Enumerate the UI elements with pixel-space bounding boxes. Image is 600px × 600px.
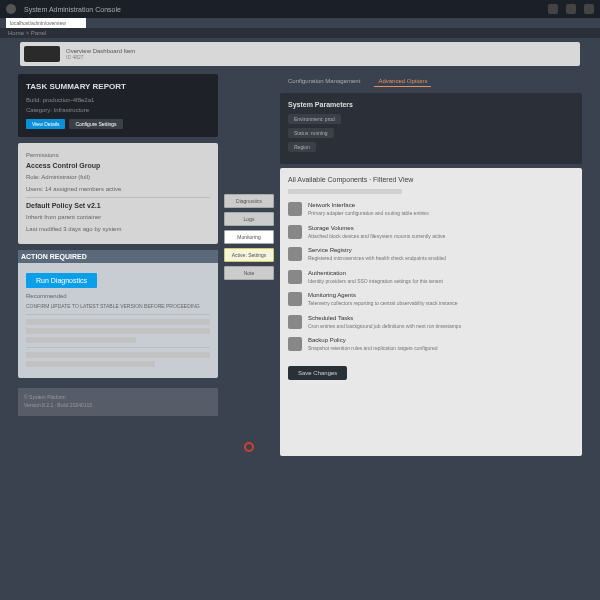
- modified-row: Last modified 3 days ago by system: [26, 225, 210, 233]
- note-tab-button[interactable]: Note: [224, 266, 274, 280]
- footer-copyright: © System Platform: [24, 394, 212, 400]
- placeholder-row: [288, 189, 402, 194]
- component-item[interactable]: Scheduled TasksCron entries and backgrou…: [288, 315, 574, 330]
- component-icon: [288, 315, 302, 329]
- tab-config[interactable]: Configuration Management: [284, 76, 364, 87]
- params-title: System Parameters: [288, 101, 574, 108]
- header-meta: ID 4827: [66, 54, 135, 60]
- component-item[interactable]: Storage VolumesAttached block devices an…: [288, 225, 574, 240]
- run-diagnostics-button[interactable]: Run Diagnostics: [26, 273, 97, 288]
- component-item[interactable]: Monitoring AgentsTelemetry collectors re…: [288, 292, 574, 307]
- inherit-row: Inherit from parent container: [26, 213, 210, 221]
- app-logo-icon[interactable]: [6, 4, 16, 14]
- component-icon: [288, 247, 302, 261]
- app-title: System Administration Console: [24, 6, 121, 13]
- components-panel: All Available Components · Filtered View…: [280, 168, 582, 456]
- logs-tab-button[interactable]: Logs: [224, 212, 274, 226]
- component-icon: [288, 292, 302, 306]
- component-item[interactable]: AuthenticationIdentity providers and SSO…: [288, 270, 574, 285]
- placeholder-row: [26, 352, 210, 358]
- users-row: Users: 14 assigned members active: [26, 185, 210, 193]
- component-icon: [288, 337, 302, 351]
- component-title: Storage Volumes: [308, 225, 574, 231]
- component-title: Service Registry: [308, 247, 574, 253]
- thumbnail-icon: [24, 46, 60, 62]
- component-item[interactable]: Backup PolicySnapshot retention rules an…: [288, 337, 574, 352]
- component-desc: Telemetry collectors reporting to centra…: [308, 300, 574, 307]
- placeholder-row: [26, 328, 210, 334]
- divider: [26, 314, 210, 315]
- right-tabs: Configuration Management Advanced Option…: [280, 74, 582, 89]
- recommended-tag: Recommended: [26, 292, 210, 300]
- component-title: Monitoring Agents: [308, 292, 574, 298]
- topbar: System Administration Console: [0, 0, 600, 18]
- access-group-title: Access Control Group: [26, 162, 210, 169]
- component-desc: Attached block devices and filesystem mo…: [308, 233, 574, 240]
- divider: [26, 197, 210, 198]
- region-chip[interactable]: Region: [288, 142, 316, 152]
- view-details-button[interactable]: View Details: [26, 119, 65, 129]
- component-desc: Registered microservices with health che…: [308, 255, 574, 262]
- policy-title: Default Policy Set v2.1: [26, 202, 210, 209]
- component-desc: Snapshot retention rules and replication…: [308, 345, 574, 352]
- component-icon: [288, 270, 302, 284]
- divider: [26, 347, 210, 348]
- breadcrumb[interactable]: Home > Panel: [0, 28, 600, 38]
- action-head: ACTION REQUIRED: [18, 250, 218, 263]
- component-desc: Cron entries and background job definiti…: [308, 323, 574, 330]
- diagnostics-tab-button[interactable]: Diagnostics: [224, 194, 274, 208]
- component-item[interactable]: Service RegistryRegistered microservices…: [288, 247, 574, 262]
- permissions-label: Permissions: [26, 151, 210, 159]
- summary-title: TASK SUMMARY REPORT: [26, 82, 210, 91]
- configure-button[interactable]: Configure Settings: [69, 119, 122, 129]
- component-icon: [288, 225, 302, 239]
- component-desc: Primary adapter configuration and routin…: [308, 210, 574, 217]
- save-button[interactable]: Save Changes: [288, 366, 347, 380]
- mid-toolbar: Diagnostics Logs Monitoring Active: Sett…: [224, 74, 274, 456]
- footer-version: Version 8.2.1 · Build 20240115: [24, 402, 212, 408]
- summary-category: Category: Infrastructure: [26, 107, 210, 113]
- header-card: Overview Dashboard Item ID 4827: [20, 42, 580, 66]
- footer: © System Platform Version 8.2.1 · Build …: [18, 388, 218, 416]
- role-row: Role: Administrator (full): [26, 173, 210, 181]
- placeholder-row: [26, 361, 155, 367]
- params-panel: System Parameters Environment: prod Stat…: [280, 93, 582, 164]
- env-chip[interactable]: Environment: prod: [288, 114, 341, 124]
- settings-tab-button[interactable]: Active: Settings: [224, 248, 274, 262]
- permissions-panel: Permissions Access Control Group Role: A…: [18, 143, 218, 244]
- placeholder-row: [26, 337, 136, 343]
- component-item[interactable]: Network InterfacePrimary adapter configu…: [288, 202, 574, 217]
- action-panel: ACTION REQUIRED Run Diagnostics Recommen…: [18, 250, 218, 378]
- tab-advanced[interactable]: Advanced Options: [374, 76, 431, 87]
- component-icon: [288, 202, 302, 216]
- summary-build: Build: production-4f8e2a1: [26, 97, 210, 103]
- help-icon[interactable]: [566, 4, 576, 14]
- component-title: Network Interface: [308, 202, 574, 208]
- summary-panel: TASK SUMMARY REPORT Build: production-4f…: [18, 74, 218, 137]
- action-desc: CONFIRM UPDATE TO LATEST STABLE VERSION …: [26, 303, 210, 310]
- grid-icon[interactable]: [548, 4, 558, 14]
- component-title: Backup Policy: [308, 337, 574, 343]
- address-bar[interactable]: localhost/admin/overview: [6, 18, 86, 28]
- monitoring-tab-button[interactable]: Monitoring: [224, 230, 274, 244]
- alert-indicator-icon[interactable]: [244, 442, 254, 452]
- component-title: Authentication: [308, 270, 574, 276]
- status-chip[interactable]: Status: running: [288, 128, 334, 138]
- user-icon[interactable]: [584, 4, 594, 14]
- component-desc: Identity providers and SSO integration s…: [308, 278, 574, 285]
- component-title: Scheduled Tasks: [308, 315, 574, 321]
- placeholder-row: [26, 319, 210, 325]
- components-header: All Available Components · Filtered View: [288, 176, 574, 183]
